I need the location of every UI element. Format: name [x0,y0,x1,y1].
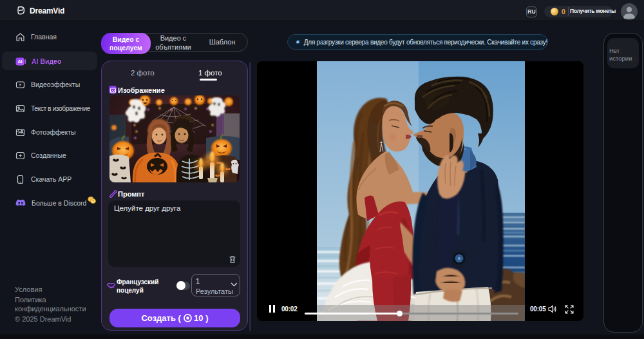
svg-text:AI: AI [18,59,23,64]
